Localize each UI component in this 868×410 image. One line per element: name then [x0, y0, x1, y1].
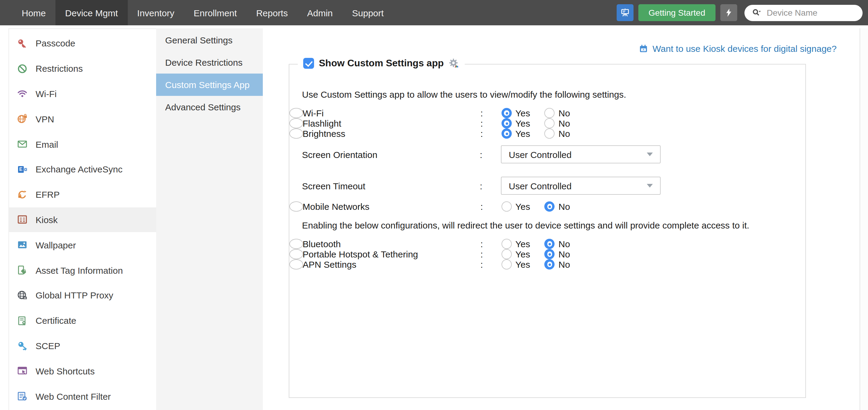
settings-row: Mobile Networks : Yes No [289, 201, 303, 212]
nav-item[interactable]: Inventory [127, 0, 184, 25]
sidebar-item[interactable]: VPN [9, 107, 156, 132]
certificate-icon [17, 315, 28, 326]
radio-yes[interactable] [501, 201, 512, 212]
radio-no-label: No [558, 128, 570, 139]
sidebar-item[interactable]: Web Shortcuts [9, 358, 156, 384]
quick-actions-button[interactable] [720, 4, 737, 21]
profile-sidebar: Passcode Restrictions Wi-Fi VPN Email Ex… [9, 28, 156, 410]
search-input[interactable] [766, 7, 857, 18]
nav-item[interactable]: Enrollment [184, 0, 247, 25]
setting-label: Bluetooth [303, 239, 480, 249]
sidebar-item-label: Web Shortcuts [36, 366, 95, 376]
sidebar-item[interactable]: Wi-Fi [9, 81, 156, 107]
sidebar-item[interactable]: Email [9, 131, 156, 157]
submenu-item[interactable]: Device Restrictions [156, 51, 263, 74]
submenu-item[interactable]: Advanced Settings [156, 96, 263, 118]
radio-yes[interactable] [501, 128, 512, 139]
submenu-item[interactable]: General Settings [156, 29, 263, 51]
colon-separator: : [480, 149, 501, 159]
submenu-item-label: Custom Settings App [165, 80, 250, 90]
radio-no[interactable] [545, 259, 555, 269]
sidebar-item[interactable]: Asset Tag Information [9, 258, 156, 283]
asset-tag-icon [17, 265, 28, 275]
show-custom-settings-checkbox[interactable] [303, 58, 314, 69]
sidebar-item[interactable]: Passcode [9, 31, 156, 56]
web-shortcuts-icon [17, 366, 28, 377]
radio-yes[interactable] [501, 239, 512, 249]
nav-menu: Home Device Mgmt Inventory Enrollment Re… [12, 0, 393, 25]
settings-row: Brightness : Yes No [289, 128, 303, 139]
nav-item[interactable]: Support [342, 0, 393, 25]
app-window: Home Device Mgmt Inventory Enrollment Re… [0, 0, 868, 410]
device-search[interactable] [744, 4, 863, 21]
setting-label: APN Settings [303, 259, 480, 269]
colon-separator: : [480, 181, 501, 191]
nav-item[interactable]: Admin [298, 0, 342, 25]
sidebar-item-label: Asset Tag Information [36, 265, 123, 275]
custom-settings-panel: Show Custom Settings app Use Custom Sett… [289, 64, 806, 398]
sidebar-item[interactable]: Kiosk [9, 207, 156, 232]
radio-no-label: No [558, 201, 570, 212]
radio-yes[interactable] [501, 118, 512, 128]
setting-dropdown[interactable]: User Controlled [501, 145, 661, 164]
radio-yes[interactable] [501, 108, 512, 118]
getting-started-button[interactable]: Getting Started [638, 4, 715, 21]
radio-no[interactable] [545, 128, 555, 139]
gear-icon[interactable] [448, 58, 459, 69]
radio-yes[interactable] [501, 259, 512, 269]
radio-no[interactable] [545, 249, 555, 259]
sidebar-item[interactable]: SCEP [9, 333, 156, 358]
sidebar-item[interactable]: Global HTTP Proxy [9, 283, 156, 308]
scep-icon [17, 340, 28, 351]
sidebar-item[interactable]: Web Content Filter [9, 383, 156, 409]
sidebar-item[interactable]: Certificate [9, 308, 156, 333]
settings-rows: Wi-Fi : Yes No Flashlight [289, 108, 805, 269]
radio-no[interactable] [545, 239, 555, 249]
content-area: Passcode Restrictions Wi-Fi VPN Email Ex… [0, 25, 868, 410]
colon-separator: : [480, 118, 501, 128]
nav-item-label: Support [352, 7, 384, 18]
colon-separator: : [480, 128, 501, 139]
setting-label: Flashlight [303, 118, 480, 128]
nav-item[interactable]: Device Mgmt [56, 0, 127, 25]
setting-label: Mobile Networks [303, 201, 480, 212]
nav-item[interactable]: Reports [247, 0, 298, 25]
radio-yes[interactable] [501, 249, 512, 259]
nav-item-label: Device Mgmt [65, 7, 118, 18]
colon-separator: : [480, 249, 501, 259]
settings-row: Bluetooth : Yes No [289, 239, 303, 249]
radio-no[interactable] [545, 118, 555, 128]
yes-no-radio-group: Yes No [501, 249, 570, 259]
sidebar-item[interactable]: EFRP [9, 182, 156, 207]
sidebar-item[interactable]: Restrictions [9, 56, 156, 81]
signage-button[interactable] [617, 4, 633, 21]
digital-signage-link[interactable]: Want to use Kiosk devices for digital si… [638, 43, 837, 54]
scrollbar-track[interactable] [860, 28, 868, 410]
sidebar-item-label: EFRP [36, 189, 60, 200]
radio-no[interactable] [545, 201, 555, 212]
setting-dropdown[interactable]: User Controlled [501, 177, 661, 195]
sidebar-item[interactable]: Exchange ActiveSync [9, 157, 156, 182]
radio-yes-label: Yes [516, 118, 530, 128]
sidebar-item-label: Wallpaper [36, 240, 76, 250]
submenu-item[interactable]: Custom Settings App [156, 74, 263, 96]
settings-row: Screen Timeout : User Controlled [289, 170, 805, 201]
sidebar-item-label: Wi-Fi [36, 89, 57, 99]
radio-no[interactable] [545, 108, 555, 118]
settings-row: Portable Hotspot & Tethering : Yes No [289, 249, 303, 259]
sidebar-item-label: Exchange ActiveSync [36, 164, 123, 175]
radio-no-label: No [558, 118, 570, 128]
sidebar-item[interactable]: Wallpaper [9, 232, 156, 258]
lightning-icon [724, 8, 734, 18]
radio-yes-label: Yes [516, 128, 530, 139]
yes-no-radio-group: Yes No [501, 118, 570, 128]
signage-icon [620, 7, 630, 18]
digital-signage-link-label: Want to use Kiosk devices for digital si… [652, 43, 837, 54]
sidebar-item-label: SCEP [36, 341, 60, 351]
nav-item-label: Inventory [137, 7, 174, 18]
nav-item[interactable]: Home [12, 0, 56, 25]
setting-label: Screen Orientation [302, 149, 480, 159]
yes-no-radio-group: Yes No [501, 128, 570, 139]
radio-yes-label: Yes [516, 108, 530, 118]
setting-label: Screen Timeout [302, 181, 480, 191]
